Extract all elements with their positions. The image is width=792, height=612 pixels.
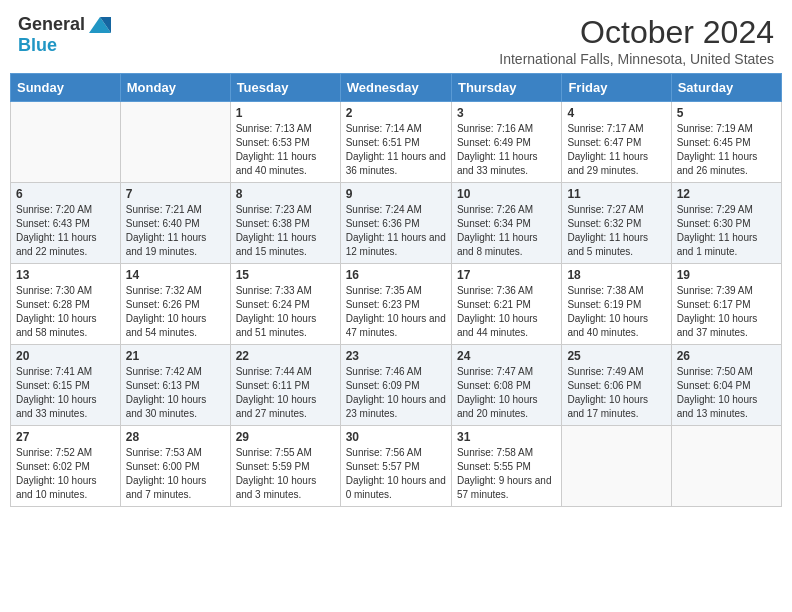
day-info: Sunrise: 7:46 AM Sunset: 6:09 PM Dayligh… (346, 365, 446, 421)
day-info: Sunrise: 7:41 AM Sunset: 6:15 PM Dayligh… (16, 365, 115, 421)
day-info: Sunrise: 7:30 AM Sunset: 6:28 PM Dayligh… (16, 284, 115, 340)
day-number: 28 (126, 430, 225, 444)
logo-general: General (18, 14, 85, 34)
day-number: 25 (567, 349, 665, 363)
calendar-cell: 13Sunrise: 7:30 AM Sunset: 6:28 PM Dayli… (11, 264, 121, 345)
calendar-cell: 27Sunrise: 7:52 AM Sunset: 6:02 PM Dayli… (11, 426, 121, 507)
day-number: 19 (677, 268, 776, 282)
page-header: General Blue October 2024 International … (0, 0, 792, 73)
day-info: Sunrise: 7:24 AM Sunset: 6:36 PM Dayligh… (346, 203, 446, 259)
calendar-cell: 9Sunrise: 7:24 AM Sunset: 6:36 PM Daylig… (340, 183, 451, 264)
calendar-cell: 21Sunrise: 7:42 AM Sunset: 6:13 PM Dayli… (120, 345, 230, 426)
day-number: 10 (457, 187, 556, 201)
calendar-cell: 18Sunrise: 7:38 AM Sunset: 6:19 PM Dayli… (562, 264, 671, 345)
day-info: Sunrise: 7:13 AM Sunset: 6:53 PM Dayligh… (236, 122, 335, 178)
day-number: 21 (126, 349, 225, 363)
week-row-5: 27Sunrise: 7:52 AM Sunset: 6:02 PM Dayli… (11, 426, 782, 507)
calendar-cell: 24Sunrise: 7:47 AM Sunset: 6:08 PM Dayli… (451, 345, 561, 426)
calendar-cell: 8Sunrise: 7:23 AM Sunset: 6:38 PM Daylig… (230, 183, 340, 264)
day-header-sunday: Sunday (11, 74, 121, 102)
day-header-tuesday: Tuesday (230, 74, 340, 102)
calendar-cell: 31Sunrise: 7:58 AM Sunset: 5:55 PM Dayli… (451, 426, 561, 507)
week-row-2: 6Sunrise: 7:20 AM Sunset: 6:43 PM Daylig… (11, 183, 782, 264)
day-info: Sunrise: 7:55 AM Sunset: 5:59 PM Dayligh… (236, 446, 335, 502)
day-number: 9 (346, 187, 446, 201)
day-info: Sunrise: 7:44 AM Sunset: 6:11 PM Dayligh… (236, 365, 335, 421)
calendar-cell: 30Sunrise: 7:56 AM Sunset: 5:57 PM Dayli… (340, 426, 451, 507)
day-number: 30 (346, 430, 446, 444)
day-number: 20 (16, 349, 115, 363)
day-number: 5 (677, 106, 776, 120)
calendar-cell: 29Sunrise: 7:55 AM Sunset: 5:59 PM Dayli… (230, 426, 340, 507)
day-number: 24 (457, 349, 556, 363)
calendar-header: SundayMondayTuesdayWednesdayThursdayFrid… (11, 74, 782, 102)
day-header-thursday: Thursday (451, 74, 561, 102)
day-number: 22 (236, 349, 335, 363)
day-info: Sunrise: 7:58 AM Sunset: 5:55 PM Dayligh… (457, 446, 556, 502)
day-number: 26 (677, 349, 776, 363)
calendar-cell: 1Sunrise: 7:13 AM Sunset: 6:53 PM Daylig… (230, 102, 340, 183)
day-info: Sunrise: 7:32 AM Sunset: 6:26 PM Dayligh… (126, 284, 225, 340)
day-number: 13 (16, 268, 115, 282)
day-number: 1 (236, 106, 335, 120)
calendar-cell: 16Sunrise: 7:35 AM Sunset: 6:23 PM Dayli… (340, 264, 451, 345)
calendar-cell: 25Sunrise: 7:49 AM Sunset: 6:06 PM Dayli… (562, 345, 671, 426)
day-info: Sunrise: 7:21 AM Sunset: 6:40 PM Dayligh… (126, 203, 225, 259)
day-header-wednesday: Wednesday (340, 74, 451, 102)
calendar-cell (562, 426, 671, 507)
day-number: 16 (346, 268, 446, 282)
calendar-cell: 17Sunrise: 7:36 AM Sunset: 6:21 PM Dayli… (451, 264, 561, 345)
day-number: 18 (567, 268, 665, 282)
calendar-cell: 11Sunrise: 7:27 AM Sunset: 6:32 PM Dayli… (562, 183, 671, 264)
calendar-cell: 22Sunrise: 7:44 AM Sunset: 6:11 PM Dayli… (230, 345, 340, 426)
calendar-container: SundayMondayTuesdayWednesdayThursdayFrid… (0, 73, 792, 527)
title-block: October 2024 International Falls, Minnes… (499, 14, 774, 67)
day-info: Sunrise: 7:19 AM Sunset: 6:45 PM Dayligh… (677, 122, 776, 178)
day-header-saturday: Saturday (671, 74, 781, 102)
month-title: October 2024 (499, 14, 774, 51)
day-number: 3 (457, 106, 556, 120)
calendar-cell: 10Sunrise: 7:26 AM Sunset: 6:34 PM Dayli… (451, 183, 561, 264)
day-info: Sunrise: 7:33 AM Sunset: 6:24 PM Dayligh… (236, 284, 335, 340)
logo: General Blue (18, 14, 113, 56)
calendar-cell: 3Sunrise: 7:16 AM Sunset: 6:49 PM Daylig… (451, 102, 561, 183)
day-header-monday: Monday (120, 74, 230, 102)
day-info: Sunrise: 7:38 AM Sunset: 6:19 PM Dayligh… (567, 284, 665, 340)
header-row: SundayMondayTuesdayWednesdayThursdayFrid… (11, 74, 782, 102)
day-info: Sunrise: 7:35 AM Sunset: 6:23 PM Dayligh… (346, 284, 446, 340)
day-info: Sunrise: 7:53 AM Sunset: 6:00 PM Dayligh… (126, 446, 225, 502)
calendar-cell: 4Sunrise: 7:17 AM Sunset: 6:47 PM Daylig… (562, 102, 671, 183)
calendar-cell: 12Sunrise: 7:29 AM Sunset: 6:30 PM Dayli… (671, 183, 781, 264)
day-info: Sunrise: 7:39 AM Sunset: 6:17 PM Dayligh… (677, 284, 776, 340)
calendar-cell (11, 102, 121, 183)
day-number: 29 (236, 430, 335, 444)
calendar-cell: 7Sunrise: 7:21 AM Sunset: 6:40 PM Daylig… (120, 183, 230, 264)
week-row-1: 1Sunrise: 7:13 AM Sunset: 6:53 PM Daylig… (11, 102, 782, 183)
calendar-cell (671, 426, 781, 507)
day-info: Sunrise: 7:16 AM Sunset: 6:49 PM Dayligh… (457, 122, 556, 178)
calendar-cell: 23Sunrise: 7:46 AM Sunset: 6:09 PM Dayli… (340, 345, 451, 426)
logo-text: General (18, 14, 113, 35)
day-info: Sunrise: 7:50 AM Sunset: 6:04 PM Dayligh… (677, 365, 776, 421)
day-number: 14 (126, 268, 225, 282)
calendar-cell: 20Sunrise: 7:41 AM Sunset: 6:15 PM Dayli… (11, 345, 121, 426)
week-row-3: 13Sunrise: 7:30 AM Sunset: 6:28 PM Dayli… (11, 264, 782, 345)
day-info: Sunrise: 7:26 AM Sunset: 6:34 PM Dayligh… (457, 203, 556, 259)
day-number: 2 (346, 106, 446, 120)
day-info: Sunrise: 7:49 AM Sunset: 6:06 PM Dayligh… (567, 365, 665, 421)
calendar-body: 1Sunrise: 7:13 AM Sunset: 6:53 PM Daylig… (11, 102, 782, 507)
day-number: 6 (16, 187, 115, 201)
day-number: 11 (567, 187, 665, 201)
day-number: 23 (346, 349, 446, 363)
calendar-cell: 2Sunrise: 7:14 AM Sunset: 6:51 PM Daylig… (340, 102, 451, 183)
day-info: Sunrise: 7:52 AM Sunset: 6:02 PM Dayligh… (16, 446, 115, 502)
week-row-4: 20Sunrise: 7:41 AM Sunset: 6:15 PM Dayli… (11, 345, 782, 426)
calendar-cell (120, 102, 230, 183)
day-info: Sunrise: 7:20 AM Sunset: 6:43 PM Dayligh… (16, 203, 115, 259)
calendar-cell: 14Sunrise: 7:32 AM Sunset: 6:26 PM Dayli… (120, 264, 230, 345)
day-info: Sunrise: 7:23 AM Sunset: 6:38 PM Dayligh… (236, 203, 335, 259)
day-header-friday: Friday (562, 74, 671, 102)
calendar-cell: 15Sunrise: 7:33 AM Sunset: 6:24 PM Dayli… (230, 264, 340, 345)
logo-icon (87, 15, 113, 35)
calendar-cell: 26Sunrise: 7:50 AM Sunset: 6:04 PM Dayli… (671, 345, 781, 426)
